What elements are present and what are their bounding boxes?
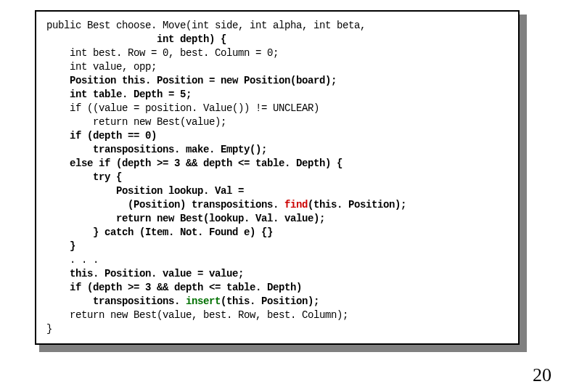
code-line: if (depth == 0) (46, 129, 508, 143)
code-line: Position this. Position = new Position(b… (46, 74, 508, 88)
code-line: int value, opp; (46, 60, 508, 74)
code-line: else if (depth >= 3 && depth <= table. D… (46, 157, 508, 171)
code-line: int depth) { (46, 33, 508, 46)
code-line: } (46, 240, 508, 253)
code-line: int best. Row = 0, best. Column = 0; (46, 46, 508, 60)
code-line: this. Position. value = value; (46, 267, 508, 281)
code-line: if ((value = position. Value()) != UNCLE… (46, 102, 508, 115)
code-line: try { (46, 171, 508, 184)
code-line: if (depth >= 3 && depth <= table. Depth) (46, 281, 508, 295)
page-number: 20 (533, 364, 551, 386)
code-line: Position lookup. Val = (Position) transp… (46, 184, 508, 212)
code-line: } (46, 322, 508, 336)
code-line: return new Best(value, best. Row, best. … (46, 309, 508, 322)
code-line: return new Best(value); (46, 115, 508, 129)
slide-container: public Best choose. Move(int side, int a… (0, 0, 566, 392)
code-line: transpositions. make. Empty(); (46, 143, 508, 157)
code-line: public Best choose. Move(int side, int a… (46, 19, 508, 33)
code-box: public Best choose. Move(int side, int a… (35, 10, 520, 345)
code-line: } catch (Item. Not. Found e) {} (46, 226, 508, 240)
code-line: int table. Depth = 5; (46, 88, 508, 102)
code-line: return new Best(lookup. Val. value); (46, 212, 508, 226)
code-line: transpositions. insert(this. Position); (46, 295, 508, 309)
code-line: . . . (46, 253, 508, 267)
